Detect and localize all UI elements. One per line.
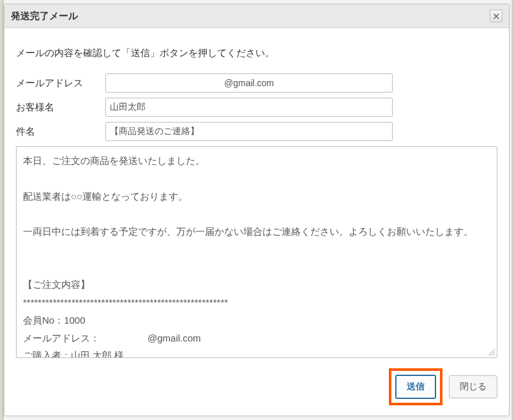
subject-label: 件名 (16, 126, 105, 138)
email-label: メールアドレス (16, 77, 105, 89)
shipping-mail-dialog: 発送完了メール ✕ メールの内容を確認して「送信」ボタンを押してください。 メー… (4, 4, 510, 416)
email-row: メールアドレス (16, 73, 497, 93)
subject-input[interactable] (105, 122, 393, 141)
body-textarea-wrap (16, 146, 497, 358)
subject-row: 件名 (16, 122, 497, 141)
dialog-titlebar: 発送完了メール ✕ (4, 4, 509, 28)
submit-highlight: 送信 (389, 368, 442, 405)
dialog-body: メールの内容を確認して「送信」ボタンを押してください。 メールアドレス お客様名… (4, 28, 509, 368)
submit-button[interactable]: 送信 (395, 375, 436, 399)
customer-row: お客様名 (16, 98, 497, 117)
dialog-title: 発送完了メール (11, 10, 78, 22)
body-textarea[interactable] (17, 147, 497, 357)
customer-input[interactable] (105, 98, 393, 117)
instruction-text: メールの内容を確認して「送信」ボタンを押してください。 (16, 47, 497, 59)
customer-label: お客様名 (16, 101, 105, 114)
email-input[interactable] (105, 73, 393, 93)
close-icon[interactable]: ✕ (490, 10, 503, 22)
close-button[interactable]: 閉じる (449, 375, 497, 398)
dialog-footer: 送信 閉じる (4, 368, 509, 416)
